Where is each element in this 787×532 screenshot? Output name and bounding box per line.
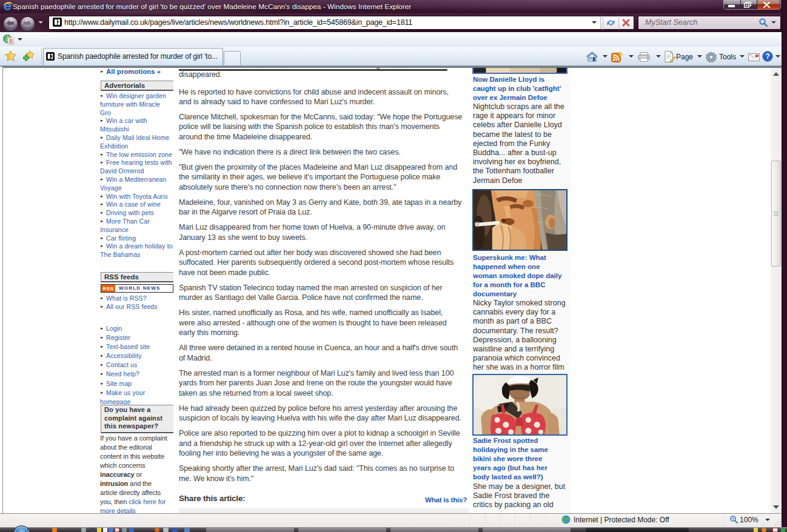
svg-text:?: ?: [765, 52, 770, 61]
